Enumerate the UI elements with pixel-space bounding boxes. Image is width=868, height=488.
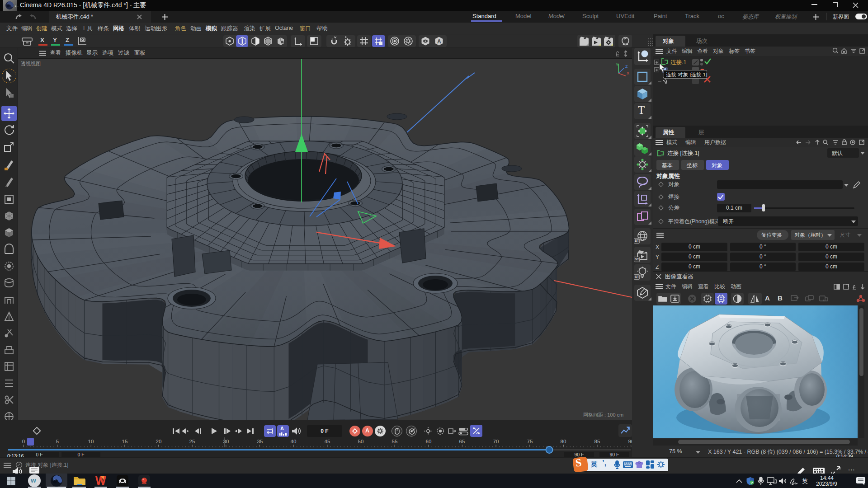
svg-text:Y: Y <box>616 62 618 67</box>
svg-text:5: 5 <box>56 439 59 444</box>
svg-text:0 F: 0 F <box>36 452 42 457</box>
svg-text:15: 15 <box>122 439 128 444</box>
svg-text:90 F: 90 F <box>609 452 619 457</box>
svg-text:25: 25 <box>189 439 195 444</box>
svg-text:65: 65 <box>459 439 465 444</box>
svg-text:A: A <box>437 38 441 45</box>
svg-text:35: 35 <box>257 439 263 444</box>
svg-text:0:13:16: 0:13:16 <box>7 453 24 457</box>
svg-text:X: X <box>627 71 629 75</box>
svg-text:Z: Z <box>625 64 628 69</box>
svg-text:0: 0 <box>22 439 25 444</box>
svg-text:50: 50 <box>358 439 364 444</box>
svg-text:40: 40 <box>291 439 297 444</box>
svg-text:55: 55 <box>392 439 398 444</box>
svg-text:90: 90 <box>628 439 632 444</box>
svg-text:80: 80 <box>561 439 566 444</box>
svg-text:85: 85 <box>594 439 600 444</box>
svg-text:0 F: 0 F <box>77 452 84 457</box>
svg-text:10: 10 <box>88 439 94 444</box>
svg-text:75: 75 <box>527 439 533 444</box>
svg-text:45: 45 <box>325 439 330 444</box>
svg-text:20: 20 <box>156 439 162 444</box>
svg-text:70: 70 <box>493 439 499 444</box>
svg-text:60: 60 <box>426 439 432 444</box>
svg-text:30: 30 <box>223 439 229 444</box>
